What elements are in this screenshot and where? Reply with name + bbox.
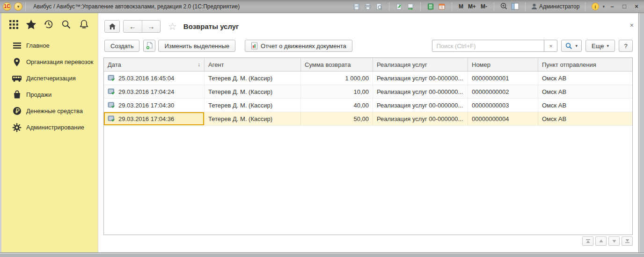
cell-number[interactable]: 00000000004 [468,112,538,125]
report-button-label: Отчет о движениях документа [261,43,346,50]
go-next-button[interactable] [608,236,620,246]
column-header-departure[interactable]: Пункт отправления [538,58,632,71]
cell-date[interactable]: 25.03.2016 16:45:04 [104,71,205,85]
sidebar-item-transport-organization[interactable]: Организация перевозок [1,54,98,70]
search-input[interactable] [432,40,544,51]
sidebar-item-cash-funds[interactable]: Денежные средства [1,103,98,119]
close-window-button[interactable]: × [632,3,641,10]
page-title: Возвраты услуг [183,22,239,30]
cell-departure[interactable]: Омск АВ [538,71,632,85]
edit-selected-button[interactable]: Изменить выделенные [158,40,235,52]
sidebar-menu: Главное Организация перевозок Диспетчери… [1,37,98,136]
column-header-date[interactable]: Дата ↓ [104,58,205,71]
cell-amount[interactable]: 10,00 [301,85,373,98]
cell-number[interactable]: 00000000001 [468,71,538,85]
go-link-icon[interactable] [406,2,415,11]
calendar-icon[interactable]: 31 [438,2,446,11]
sections-grid-icon[interactable] [8,19,19,30]
user-name: Администратор [539,3,580,10]
cell-amount[interactable]: 1 000,00 [301,71,373,85]
chevron-down-icon: ▾ [607,43,609,48]
search-icon[interactable] [61,19,72,30]
info-icon[interactable]: i [591,2,600,11]
cell-realization[interactable]: Реализация услуг 00-000000... [373,71,468,85]
table-row[interactable]: 29.03.2016 17:04:30Тетерев Д. М. (Кассир… [104,99,632,112]
sidebar-item-label: Главное [26,42,50,49]
go-first-button[interactable] [582,236,593,246]
cell-agent[interactable]: Тетерев Д. М. (Кассир) [205,71,301,85]
print-icon[interactable] [364,2,372,11]
table-row[interactable]: 29.03.2016 17:04:36Тетерев Д. М. (Кассир… [104,112,632,126]
more-button-label: Еще [592,43,604,50]
column-header-amount[interactable]: Сумма возврата [301,58,373,71]
cell-number[interactable]: 00000000002 [468,85,538,98]
document-movements-report-button[interactable]: Отчет о движениях документа [245,40,352,52]
service-dropdown-icon[interactable]: ▾ [602,4,605,9]
cell-departure[interactable]: Омск АВ [538,99,632,112]
favorite-star-icon[interactable]: ☆ [168,21,177,31]
sidebar: Главное Организация перевозок Диспетчери… [1,13,98,252]
cell-agent[interactable]: Тетерев Д. М. (Кассир) [205,112,301,125]
history-icon[interactable] [43,19,54,30]
create-button[interactable]: Создать [104,40,139,52]
memory-m-button[interactable]: M [458,3,464,10]
copy-button[interactable] [143,40,155,52]
date-text: 29.03.2016 17:04:24 [118,88,174,95]
cell-date[interactable]: 29.03.2016 17:04:30 [104,99,205,112]
cell-agent[interactable]: Тетерев Д. М. (Кассир) [205,85,301,98]
column-header-realization[interactable]: Реализация услуг [373,58,468,71]
favorites-star-icon[interactable] [26,19,37,30]
current-user[interactable]: Администратор [531,3,580,10]
go-previous-button[interactable] [595,236,607,246]
cell-date[interactable]: 29.03.2016 17:04:24 [104,85,205,98]
maximize-button[interactable]: □ [620,3,629,10]
table-row[interactable]: 25.03.2016 16:45:04Тетерев Д. М. (Кассир… [104,71,632,85]
search-clear-button[interactable]: × [544,40,557,51]
sidebar-item-administration[interactable]: Администрирование [1,119,98,136]
forward-button[interactable]: → [142,21,160,32]
cell-date[interactable]: 29.03.2016 17:04:36 [104,112,205,125]
title-bar: 1С ▾ Авибус / Авибус™:Управление автовок… [0,0,644,13]
help-button[interactable]: ? [619,40,633,52]
search-options-button[interactable]: ▾ [561,40,582,52]
column-header-agent[interactable]: Агент [205,58,301,71]
cell-realization[interactable]: Реализация услуг 00-000000... [373,85,468,98]
cell-amount[interactable]: 50,00 [301,112,373,125]
cell-agent[interactable]: Тетерев Д. М. (Кассир) [205,99,301,112]
sidebar-item-dispatching[interactable]: Диспетчеризация [1,70,98,86]
memory-m-minus-button[interactable]: M- [480,3,488,10]
print-preview-icon[interactable] [375,2,383,11]
home-icon [109,23,116,30]
save-icon[interactable] [352,2,361,11]
date-text: 25.03.2016 16:45:04 [118,75,174,82]
get-link-icon[interactable] [395,2,403,11]
split-view-icon[interactable] [511,2,520,11]
sidebar-item-sales[interactable]: Продажи [1,86,98,103]
column-header-number[interactable]: Номер [468,58,538,71]
minimize-button[interactable]: – [607,3,617,10]
memory-m-plus-button[interactable]: M+ [467,3,477,10]
cell-number[interactable]: 00000000003 [468,99,538,112]
back-button[interactable]: ← [124,21,142,32]
location-pin-icon [12,57,22,67]
table-pager [99,235,638,246]
close-form-button[interactable]: × [630,21,634,29]
calculator-icon[interactable] [426,2,435,11]
more-button[interactable]: Еще ▾ [585,40,615,52]
home-button[interactable] [104,20,120,33]
menu-icon [12,41,22,51]
cell-amount[interactable]: 40,00 [301,99,373,112]
sidebar-item-main[interactable]: Главное [1,37,98,54]
cell-realization[interactable]: Реализация услуг 00-000000... [373,99,468,112]
notifications-bell-icon[interactable] [78,19,89,30]
cell-realization[interactable]: Реализация услуг 00-000000... [373,112,468,125]
main-menu-dropdown-button[interactable]: ▾ [14,2,22,11]
1c-logo-icon: 1С [3,2,11,11]
sort-desc-icon: ↓ [198,61,200,68]
titlebar-separator [25,2,26,11]
cell-departure[interactable]: Омск АВ [538,85,632,98]
zoom-icon[interactable] [500,2,508,11]
cell-departure[interactable]: Омск АВ [538,112,632,125]
table-row[interactable]: 29.03.2016 17:04:24Тетерев Д. М. (Кассир… [104,85,632,99]
go-last-button[interactable] [622,236,633,246]
